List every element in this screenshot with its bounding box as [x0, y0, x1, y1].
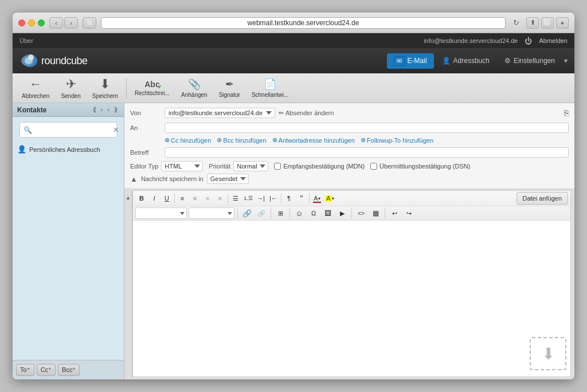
- rte-separator-2: [228, 193, 228, 203]
- bcc-add-button[interactable]: Bcc⁺: [58, 364, 80, 376]
- redo-button[interactable]: ↪: [402, 207, 415, 219]
- speichern-button[interactable]: ⬇ Speichern: [88, 75, 123, 101]
- logo: roundcube: [19, 53, 88, 69]
- emoji-button[interactable]: ☺: [293, 207, 306, 219]
- font-color-button[interactable]: A ▾: [311, 193, 323, 204]
- align-right-button[interactable]: ≡: [201, 193, 214, 204]
- list-ol-button[interactable]: 1.☰: [242, 193, 255, 204]
- followup-link-label: Followup-To hinzufügen: [367, 137, 433, 144]
- align-left-button[interactable]: ≡: [176, 193, 189, 204]
- code-button[interactable]: <>: [355, 207, 367, 219]
- subject-label: Betreff: [130, 149, 165, 156]
- sidebar-empty-space: [13, 156, 124, 360]
- minimize-button[interactable]: [28, 19, 35, 26]
- blockquote-button[interactable]: ": [295, 193, 308, 204]
- cc-add-button[interactable]: Cc⁺: [37, 364, 56, 376]
- table-button[interactable]: ⊞: [274, 207, 287, 219]
- source-button[interactable]: ▦: [369, 207, 382, 219]
- first-page-button[interactable]: ⟪: [91, 105, 98, 114]
- bcc-link-label: Bcc hinzufügen: [223, 137, 266, 144]
- media-button[interactable]: ▶: [336, 207, 349, 219]
- reload-button[interactable]: ↻: [510, 17, 522, 29]
- datei-anfuegen-button[interactable]: Datei anfügen: [516, 192, 569, 205]
- new-tab-button[interactable]: +: [556, 17, 569, 29]
- to-input[interactable]: [165, 123, 569, 133]
- subject-input[interactable]: [165, 147, 569, 158]
- back-button[interactable]: ‹: [49, 17, 63, 29]
- main-layout: Kontakte ⟪ ‹ › ⟫ 🔍 ✕: [13, 103, 574, 379]
- outdent-button[interactable]: |←: [267, 193, 280, 204]
- nav-tab-email[interactable]: ✉ E-Mail: [387, 53, 434, 69]
- sidebar-header: Kontakte ⟪ ‹ › ⟫: [13, 103, 124, 117]
- topbar-right: info@testkunde.servercloud24.de ⏻ Abmeld…: [424, 37, 568, 45]
- search-input[interactable]: [34, 127, 113, 134]
- collapse-button[interactable]: ▲: [124, 190, 132, 377]
- add-cc-link[interactable]: ⊕ Cc hinzufügen: [165, 136, 211, 144]
- plus-icon-bcc: ⊕: [217, 136, 222, 144]
- address-book-item-personal[interactable]: 👤 Persönliches Adressbuch: [13, 143, 124, 156]
- link-button[interactable]: 🔗: [241, 207, 253, 219]
- image-button[interactable]: 🖼: [322, 207, 334, 219]
- bold-button[interactable]: B: [135, 193, 148, 204]
- to-add-button[interactable]: To⁺: [16, 364, 34, 376]
- rte-toolbar-row1: B I U ≡ ≡ ≡ ≡ ☰ 1.: [133, 191, 570, 206]
- list-ul-button[interactable]: ☰: [229, 193, 242, 204]
- close-button[interactable]: [18, 19, 25, 26]
- signatur-button[interactable]: ✒ Signatur: [214, 76, 245, 100]
- unlink-button[interactable]: 🔗: [255, 207, 268, 219]
- pencil-icon: ✏: [279, 109, 284, 117]
- pilcrow-button[interactable]: ¶: [283, 193, 295, 204]
- abbrechen-button[interactable]: ← Abbrechen: [17, 75, 54, 101]
- logout-button[interactable]: Abmelden: [539, 37, 568, 44]
- delivery-label: Übermittlungsbestätigung (DSN): [379, 163, 470, 170]
- undo-button[interactable]: ↩: [388, 207, 401, 219]
- window-button[interactable]: ⬜: [83, 17, 96, 29]
- senden-button[interactable]: ✈ Senden: [56, 75, 85, 101]
- align-center-button[interactable]: ≡: [189, 193, 201, 204]
- plus-icon-replyto: ⊕: [272, 136, 277, 144]
- rechtschreibung-button[interactable]: Abc✓ Rechtschrei...: [130, 77, 174, 99]
- schnellantwort-button[interactable]: 📄 Schnellantwi...: [247, 76, 293, 100]
- maximize-button[interactable]: [38, 19, 45, 26]
- rte-toolbar-row2: Schriftart Schriftgröße 🔗 🔗 ⊞ ☺: [133, 206, 570, 221]
- prev-page-button[interactable]: ‹: [99, 105, 105, 114]
- change-sender-button[interactable]: ✏ Absender ändern: [279, 109, 334, 117]
- to-row: An: [130, 121, 569, 134]
- add-followup-link[interactable]: ⊕ Followup-To hinzufügen: [361, 136, 433, 144]
- nav-tab-settings[interactable]: ⚙ Einstellungen: [498, 54, 562, 68]
- copy-button[interactable]: ⎘: [564, 108, 569, 117]
- sidebar-search-field: 🔍 ✕: [19, 122, 117, 138]
- next-page-button[interactable]: ›: [105, 105, 111, 114]
- header-nav: roundcube ✉ E-Mail 👤 Adressbuch ⚙ Einste…: [13, 48, 574, 73]
- rte-separator-8: [351, 208, 352, 218]
- italic-button[interactable]: I: [148, 193, 161, 204]
- nav-tab-addressbook[interactable]: 👤 Adressbuch: [435, 54, 496, 68]
- tab-button[interactable]: ⬜: [541, 17, 554, 29]
- save-location-select[interactable]: Gesendet Entwürfe: [207, 174, 249, 184]
- editor-type-select[interactable]: HTML Plain Text: [161, 161, 203, 171]
- bg-color-button[interactable]: A ▾: [323, 193, 336, 204]
- plus-icon: ⊕: [165, 136, 170, 144]
- rte-separator-7: [289, 208, 290, 218]
- share-button[interactable]: ⬆: [526, 17, 539, 29]
- receipt-checkbox[interactable]: [274, 163, 281, 170]
- from-select[interactable]: info@testkunde.servercloud24.de: [165, 108, 275, 118]
- address-book-label: Persönliches Adressbuch: [29, 146, 100, 153]
- special-char-button[interactable]: Ω: [307, 207, 320, 219]
- font-size-select[interactable]: Schriftgröße: [189, 207, 234, 219]
- address-bar[interactable]: webmail.testkunde.servercloud24.de: [101, 17, 506, 29]
- delivery-checkbox[interactable]: [370, 163, 377, 170]
- rte-body[interactable]: [133, 221, 570, 377]
- align-justify-button[interactable]: ≡: [214, 193, 226, 204]
- priority-select[interactable]: Niedrig Normal Hoch: [233, 161, 268, 171]
- collapse-compose-button[interactable]: ▲: [130, 175, 138, 183]
- indent-button[interactable]: →|: [255, 193, 267, 204]
- clear-search-button[interactable]: ✕: [113, 126, 119, 134]
- forward-button[interactable]: ›: [64, 17, 78, 29]
- font-family-select[interactable]: Schriftart: [135, 207, 187, 219]
- underline-button[interactable]: U: [161, 193, 173, 204]
- last-page-button[interactable]: ⟫: [112, 105, 119, 114]
- add-replyto-link[interactable]: ⊕ Antwortadresse hinzufügen: [272, 136, 355, 144]
- anhaenge-button[interactable]: 📎 Anhängen: [177, 76, 212, 100]
- add-bcc-link[interactable]: ⊕ Bcc hinzufügen: [217, 136, 266, 144]
